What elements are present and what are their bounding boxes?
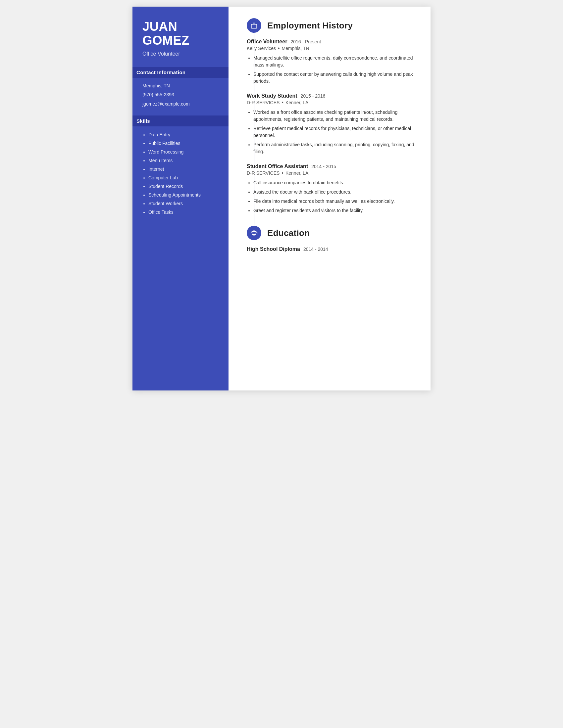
job-entry: Student Office Assistant2014 - 2015D-R S… <box>247 163 416 214</box>
contact-phone: (570) 555-2393 <box>142 92 218 98</box>
job-title-row: Student Office Assistant2014 - 2015 <box>247 163 416 169</box>
bullet-item: Worked as a front office associate check… <box>253 109 416 123</box>
bullet-separator: • <box>282 100 284 106</box>
skill-item: Student Workers <box>148 200 218 207</box>
job-title: Student Office Assistant <box>247 163 308 169</box>
education-entries: High School Diploma2014 - 2014 <box>247 246 416 252</box>
skill-item: Word Processing <box>148 149 218 156</box>
skills-list: Data EntryPublic FacilitiesWord Processi… <box>142 131 218 216</box>
bullet-separator: • <box>278 45 280 51</box>
job-bullets: Call insurance companies to obtain benef… <box>247 179 416 214</box>
skill-item: Student Records <box>148 183 218 190</box>
job-bullets: Managed satellite office requirements, d… <box>247 55 416 85</box>
bullet-item: Greet and register residents and visitor… <box>253 207 416 214</box>
company-name: D-R SERVICES <box>247 100 279 105</box>
skill-item: Computer Lab <box>148 174 218 181</box>
skill-item: Office Tasks <box>148 209 218 216</box>
education-header-row: Education <box>247 226 416 240</box>
bullet-item: Supported the contact center by answerin… <box>253 71 416 85</box>
last-name: GOMEZ <box>142 33 189 47</box>
job-title-row: Work Study Student2015 - 2016 <box>247 93 416 99</box>
company-name: Kelly Services <box>247 46 276 51</box>
company-name: D-R SERVICES <box>247 170 279 176</box>
bullet-item: File data into medical records both manu… <box>253 198 416 205</box>
bullet-item: Assisted the doctor with back office pro… <box>253 189 416 196</box>
skill-item: Internet <box>148 166 218 173</box>
job-location: Kenner, LA <box>286 100 308 105</box>
edu-title-row: High School Diploma2014 - 2014 <box>247 246 416 252</box>
skill-item: Public Facilities <box>148 140 218 147</box>
first-name: JUAN <box>142 20 177 33</box>
job-title-row: Office Volunteer2016 - Present <box>247 39 416 45</box>
job-company: D-R SERVICES•Kenner, LA <box>247 170 416 176</box>
job-location: Kenner, LA <box>286 170 308 176</box>
contact-email: jgomez@example.com <box>142 101 218 108</box>
skill-item: Scheduling Appointments <box>148 192 218 199</box>
edu-degree: High School Diploma <box>247 246 300 252</box>
education-entry: High School Diploma2014 - 2014 <box>247 246 416 252</box>
job-title: Office Volunteer <box>247 39 287 45</box>
main-content: Employment History Office Volunteer2016 … <box>228 7 431 390</box>
job-company: D-R SERVICES•Kenner, LA <box>247 100 416 106</box>
candidate-name: JUAN GOMEZ <box>142 20 218 48</box>
education-section: Education High School Diploma2014 - 2014 <box>247 226 416 252</box>
job-bullets: Worked as a front office associate check… <box>247 109 416 155</box>
education-title: Education <box>267 228 310 238</box>
jobs-container: Office Volunteer2016 - PresentKelly Serv… <box>247 39 416 214</box>
bullet-item: Perform administrative tasks, including … <box>253 141 416 155</box>
contact-location: Memphis, TN <box>142 83 218 89</box>
bullet-item: Call insurance companies to obtain benef… <box>253 179 416 186</box>
job-dates: 2015 - 2016 <box>301 93 326 99</box>
job-entry: Work Study Student2015 - 2016D-R SERVICE… <box>247 93 416 155</box>
contact-section-header: Contact Information <box>132 67 228 78</box>
job-location: Memphis, TN <box>282 46 309 51</box>
job-entry: Office Volunteer2016 - PresentKelly Serv… <box>247 39 416 85</box>
employment-header-row: Employment History <box>247 18 416 33</box>
edu-dates: 2014 - 2014 <box>304 247 328 252</box>
briefcase-icon <box>247 18 261 33</box>
job-dates: 2014 - 2015 <box>311 164 336 169</box>
vertical-line <box>254 33 254 226</box>
skill-item: Data Entry <box>148 131 218 138</box>
candidate-title: Office Volunteer <box>142 51 218 57</box>
bullet-item: Retrieve patient medical records for phy… <box>253 125 416 139</box>
job-dates: 2016 - Present <box>291 39 321 44</box>
resume-document: JUAN GOMEZ Office Volunteer Contact Info… <box>132 7 431 390</box>
employment-section: Employment History Office Volunteer2016 … <box>247 18 416 214</box>
sidebar: JUAN GOMEZ Office Volunteer Contact Info… <box>132 7 228 390</box>
bullet-item: Managed satellite office requirements, d… <box>253 55 416 68</box>
job-company: Kelly Services•Memphis, TN <box>247 45 416 51</box>
graduation-icon <box>247 226 261 240</box>
employment-title: Employment History <box>267 21 353 31</box>
skills-section: Skills Data EntryPublic FacilitiesWord P… <box>142 115 218 216</box>
skills-section-header: Skills <box>132 115 228 126</box>
skill-item: Menu Items <box>148 157 218 164</box>
contact-section: Contact Information Memphis, TN (570) 55… <box>142 67 218 108</box>
bullet-separator: • <box>282 170 284 176</box>
